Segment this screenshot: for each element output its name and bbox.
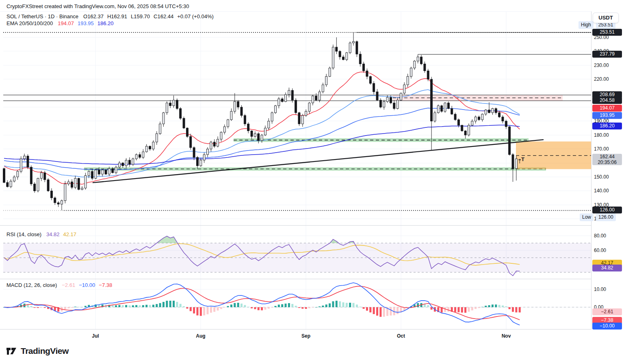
rsi-legend: RSI (14, close)34.8242.17 — [6, 231, 80, 237]
symbol-title[interactable]: SOL / TetherUS · 1D · Binance — [6, 13, 78, 19]
price-tick-label: 80.00 — [594, 233, 621, 239]
ohlc-value: L159.70 — [131, 13, 150, 19]
tradingview-logo-text: TradingView — [21, 346, 69, 356]
macd-legend-title[interactable]: MACD (12, 26, close) — [6, 282, 57, 288]
price-badge: 253.51 — [592, 29, 622, 36]
macd-legend-value: −7.38 — [99, 282, 112, 288]
low-value: 126.00 — [596, 213, 616, 221]
tradingview-chart-window: T CryptoFXStreet created with TradingVie… — [0, 0, 624, 364]
low-label: Low — [580, 213, 594, 221]
macd-legend-value: −10.00 — [79, 282, 95, 288]
ema-legend: EMA 20/50/100/200194.07193.95186.20 — [6, 20, 117, 26]
tradingview-logo[interactable]: TradingView — [6, 346, 69, 356]
supply-zone — [393, 95, 563, 101]
target-zone-orange — [516, 142, 592, 169]
rsi-legend-value: 34.82 — [46, 231, 60, 237]
t-drawing-marker[interactable]: T — [521, 156, 524, 162]
ohlc-value: O162.37 — [83, 13, 104, 19]
ascending-trendline[interactable] — [93, 140, 544, 183]
attribution-text: CryptoFXStreet created with TradingView.… — [6, 3, 189, 9]
macd-line — [4, 283, 520, 325]
time-axis-month-label: Aug — [196, 333, 205, 339]
price-badge: 162.4420:35:06 — [592, 154, 622, 165]
ema-legend-value: 193.95 — [78, 20, 94, 26]
ohlc-value: H162.91 — [107, 13, 127, 19]
price-axis[interactable] — [591, 11, 624, 330]
price-badge: 204.58 — [592, 97, 622, 104]
price-badge: −2.61 — [592, 308, 622, 315]
low-price-pill: Low126.00 — [580, 213, 616, 221]
time-axis-month-label: Oct — [397, 333, 405, 339]
tradingview-logo-icon — [6, 347, 18, 355]
ema-legend-value: 186.20 — [98, 20, 114, 26]
ema-legend-value: 194.07 — [58, 20, 74, 26]
chart-canvas[interactable]: T — [0, 0, 624, 364]
high-label: High — [578, 21, 594, 29]
price-badge: −10.00 — [592, 323, 622, 330]
ema-200-line — [4, 125, 520, 164]
price-tick-label: 10.00 — [594, 286, 621, 293]
macd-legend-value: −2.61 — [62, 282, 75, 288]
price-badge: 237.79 — [592, 51, 622, 58]
currency-button[interactable]: USDT — [593, 13, 619, 23]
attribution-bar: CryptoFXStreet created with TradingView.… — [6, 3, 189, 9]
price-tick-label: 170.00 — [594, 146, 621, 152]
time-axis-month-label: Nov — [502, 333, 511, 339]
time-axis[interactable]: JulAugSepOctNov — [0, 330, 624, 342]
macd-signal-line — [4, 286, 520, 320]
macd-legend: MACD (12, 26, close)−2.61−10.00−7.38 — [6, 282, 116, 288]
price-tick-label: 180.00 — [594, 132, 621, 138]
time-axis-month-label: Sep — [301, 333, 310, 339]
demand-zone-upper — [234, 138, 529, 142]
price-badge: 186.20 — [592, 123, 622, 129]
rsi-legend-title[interactable]: RSI (14, close) — [6, 231, 41, 237]
macd-pane-series — [3, 283, 521, 325]
price-tick-label: 60.00 — [594, 247, 621, 254]
symbol-legend: SOL / TetherUS · 1D · BinanceO162.37H162… — [6, 13, 217, 19]
ohlc-value: C162.44 — [154, 13, 173, 19]
ohlc-value: +0.07 (+0.04%) — [177, 13, 214, 19]
rsi-legend-value: 42.17 — [63, 231, 77, 237]
price-tick-label: 220.00 — [594, 76, 621, 82]
ema-50-line — [4, 90, 520, 177]
price-tick-label: 150.00 — [594, 174, 621, 180]
price-tick-label: 230.00 — [594, 62, 621, 69]
price-tick-label: 140.00 — [594, 187, 621, 194]
price-badge: 193.95 — [592, 112, 622, 119]
time-axis-month-label: Jul — [92, 333, 99, 339]
price-badge: 194.07 — [592, 105, 622, 112]
price-badge: 34.82 — [592, 265, 622, 271]
price-badge: 126.00 — [592, 207, 622, 213]
rsi-band — [3, 243, 591, 272]
ema-legend-title[interactable]: EMA 20/50/100/200 — [6, 20, 53, 26]
